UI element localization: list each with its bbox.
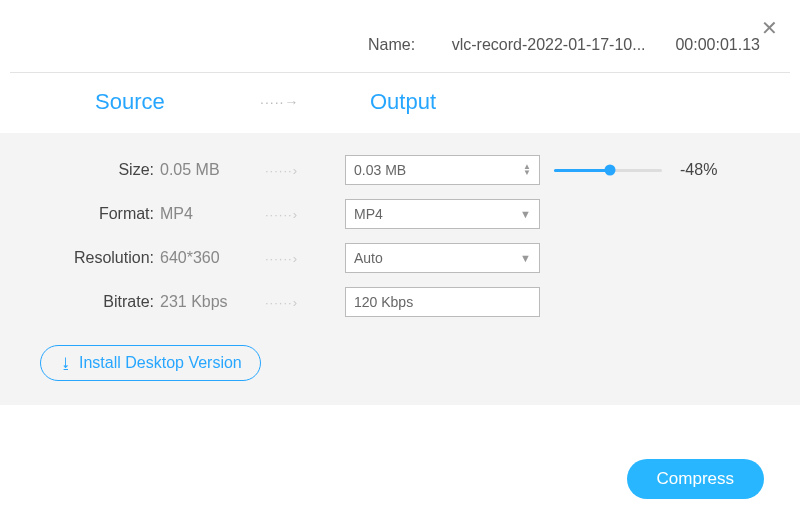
size-slider[interactable] (554, 169, 662, 172)
chevron-down-icon: ▼ (520, 252, 531, 264)
resolution-output-value: Auto (354, 250, 383, 266)
arrow-icon: ······› (265, 251, 345, 266)
install-desktop-button[interactable]: ⭳ Install Desktop Version (40, 345, 261, 381)
stepper-icon: ▲▼ (523, 164, 531, 176)
install-button-label: Install Desktop Version (79, 354, 242, 372)
size-output-value: 0.03 MB (354, 162, 406, 178)
resolution-source-value: 640*360 (160, 249, 265, 267)
name-label: Name: (368, 36, 415, 53)
bitrate-source-value: 231 Kbps (160, 293, 265, 311)
chevron-down-icon: ▼ (520, 208, 531, 220)
bitrate-input[interactable]: 120 Kbps (345, 287, 540, 317)
arrow-icon: ······› (265, 295, 345, 310)
slider-fill (554, 169, 610, 172)
slider-thumb[interactable] (605, 165, 616, 176)
format-source-value: MP4 (160, 205, 265, 223)
name-value: vlc-record-2022-01-17-10... (426, 36, 646, 54)
download-icon: ⭳ (59, 355, 73, 371)
header-source: Source (95, 89, 260, 115)
size-slider-wrap: -48% (554, 161, 717, 179)
format-output-value: MP4 (354, 206, 383, 222)
arrow-icon: ······› (265, 207, 345, 222)
bitrate-label: Bitrate: (30, 293, 160, 311)
column-headers: Source ·····→ Output (0, 73, 800, 133)
format-label: Format: (30, 205, 160, 223)
header-output: Output (370, 89, 436, 115)
footer: Compress (0, 459, 800, 499)
arrow-icon: ·····→ (260, 94, 370, 110)
size-label: Size: (30, 161, 160, 179)
settings-panel: Size: 0.05 MB ······› 0.03 MB ▲▼ -48% Fo… (0, 133, 800, 405)
close-icon[interactable]: ✕ (761, 18, 778, 38)
bitrate-output-value: 120 Kbps (354, 294, 413, 310)
duration-value: 00:00:01.13 (670, 36, 760, 54)
compress-button[interactable]: Compress (627, 459, 764, 499)
compress-dialog: ✕ Name: vlc-record-2022-01-17-10... 00:0… (0, 0, 800, 523)
size-output-stepper[interactable]: 0.03 MB ▲▼ (345, 155, 540, 185)
bitrate-row: Bitrate: 231 Kbps ······› 120 Kbps (30, 287, 770, 317)
arrow-icon: ······› (265, 163, 345, 178)
name-row: Name: vlc-record-2022-01-17-10... 00:00:… (0, 0, 800, 72)
resolution-row: Resolution: 640*360 ······› Auto ▼ (30, 243, 770, 273)
format-row: Format: MP4 ······› MP4 ▼ (30, 199, 770, 229)
size-row: Size: 0.05 MB ······› 0.03 MB ▲▼ -48% (30, 155, 770, 185)
compression-percent: -48% (680, 161, 717, 179)
format-select[interactable]: MP4 ▼ (345, 199, 540, 229)
size-source-value: 0.05 MB (160, 161, 265, 179)
resolution-select[interactable]: Auto ▼ (345, 243, 540, 273)
resolution-label: Resolution: (30, 249, 160, 267)
